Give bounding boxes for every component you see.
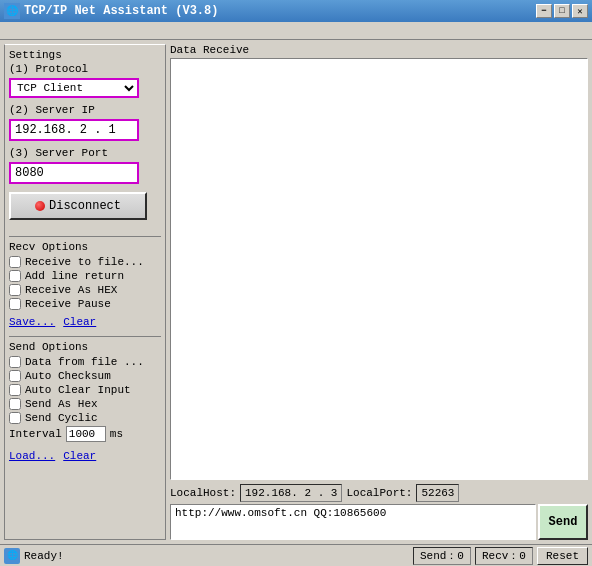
reset-button[interactable]: Reset (537, 547, 588, 565)
recv-save-button[interactable]: Save... (9, 316, 55, 328)
send-load-button[interactable]: Load... (9, 450, 55, 462)
send-option-5: Send Cyclic (9, 412, 161, 424)
red-dot-icon (35, 201, 45, 211)
minimize-button[interactable]: − (536, 4, 552, 18)
status-icon: 🌐 (4, 548, 20, 564)
data-from-file-checkbox[interactable] (9, 356, 21, 368)
send-options-label: Send Options (9, 341, 161, 353)
send-option-1: Data from file ... (9, 356, 161, 368)
server-port-input[interactable] (9, 162, 139, 184)
recv-pause-checkbox[interactable] (9, 298, 21, 310)
send-option-4: Send As Hex (9, 398, 161, 410)
auto-clear-input-label: Auto Clear Input (25, 384, 131, 396)
send-button[interactable]: Send (538, 504, 588, 540)
recv-as-hex-checkbox[interactable] (9, 284, 21, 296)
disconnect-button[interactable]: Disconnect (9, 192, 147, 220)
left-panel: Settings (1) Protocol TCP Client TCP Ser… (4, 44, 166, 540)
status-ready-text: Ready! (24, 550, 409, 562)
add-line-return-label: Add line return (25, 270, 124, 282)
localhost-row: LocalHost: 192.168. 2 . 3 LocalPort: 522… (170, 484, 588, 502)
interval-label: Interval (9, 428, 62, 440)
send-cyclic-label: Send Cyclic (25, 412, 98, 424)
maximize-button[interactable]: □ (554, 4, 570, 18)
settings-label: Settings (9, 49, 161, 61)
recv-link-row: Save... Clear (9, 316, 161, 328)
recv-option-3: Receive As HEX (9, 284, 161, 296)
server-ip-input[interactable] (9, 119, 139, 141)
localport-label: LocalPort: (346, 487, 412, 499)
send-cyclic-checkbox[interactable] (9, 412, 21, 424)
server-port-label: (3) Server Port (9, 147, 161, 159)
recv-clear-button[interactable]: Clear (63, 316, 96, 328)
protocol-dropdown[interactable]: TCP Client TCP Server UDP (9, 78, 139, 98)
close-button[interactable]: ✕ (572, 4, 588, 18)
status-bar: 🌐 Ready! Send：0 Recv：0 Reset (0, 544, 592, 566)
recv-option-2: Add line return (9, 270, 161, 282)
recv-options-label: Recv Options (9, 241, 161, 253)
right-panel: Data Receive LocalHost: 192.168. 2 . 3 L… (170, 44, 588, 540)
localport-value: 52263 (416, 484, 459, 502)
interval-input[interactable] (66, 426, 106, 442)
auto-checksum-label: Auto Checksum (25, 370, 111, 382)
auto-clear-input-checkbox[interactable] (9, 384, 21, 396)
menu-bar (0, 22, 592, 40)
protocol-dropdown-wrapper: TCP Client TCP Server UDP (9, 78, 139, 98)
data-receive-label: Data Receive (170, 44, 588, 56)
send-link-row: Load... Clear (9, 450, 161, 462)
data-from-file-label: Data from file ... (25, 356, 144, 368)
recv-option-1: Receive to file... (9, 256, 161, 268)
recv-to-file-label: Receive to file... (25, 256, 144, 268)
app-icon: 🌐 (4, 3, 20, 19)
recv-as-hex-label: Receive As HEX (25, 284, 117, 296)
send-as-hex-label: Send As Hex (25, 398, 98, 410)
send-option-2: Auto Checksum (9, 370, 161, 382)
recv-pause-label: Receive Pause (25, 298, 111, 310)
send-option-3: Auto Clear Input (9, 384, 161, 396)
auto-checksum-checkbox[interactable] (9, 370, 21, 382)
recv-count: Recv：0 (475, 547, 533, 565)
localhost-value: 192.168. 2 . 3 (240, 484, 342, 502)
send-as-hex-checkbox[interactable] (9, 398, 21, 410)
protocol-label: (1) Protocol (9, 63, 161, 75)
bottom-area: LocalHost: 192.168. 2 . 3 LocalPort: 522… (170, 484, 588, 540)
window-title: TCP/IP Net Assistant (V3.8) (24, 4, 218, 18)
main-window: Settings (1) Protocol TCP Client TCP Ser… (0, 40, 592, 544)
interval-row: Interval ms (9, 426, 161, 442)
send-row: http://www.omsoft.cn QQ:10865600 Send (170, 504, 588, 540)
title-bar-buttons: − □ ✕ (536, 4, 588, 18)
localhost-label: LocalHost: (170, 487, 236, 499)
recv-option-4: Receive Pause (9, 298, 161, 310)
title-bar-left: 🌐 TCP/IP Net Assistant (V3.8) (4, 3, 218, 19)
server-ip-label: (2) Server IP (9, 104, 161, 116)
interval-unit: ms (110, 428, 123, 440)
disconnect-label: Disconnect (49, 199, 121, 213)
send-input[interactable]: http://www.omsoft.cn QQ:10865600 (170, 504, 536, 540)
send-clear-button[interactable]: Clear (63, 450, 96, 462)
recv-to-file-checkbox[interactable] (9, 256, 21, 268)
add-line-return-checkbox[interactable] (9, 270, 21, 282)
data-receive-area (170, 58, 588, 480)
send-count: Send：0 (413, 547, 471, 565)
title-bar: 🌐 TCP/IP Net Assistant (V3.8) − □ ✕ (0, 0, 592, 22)
